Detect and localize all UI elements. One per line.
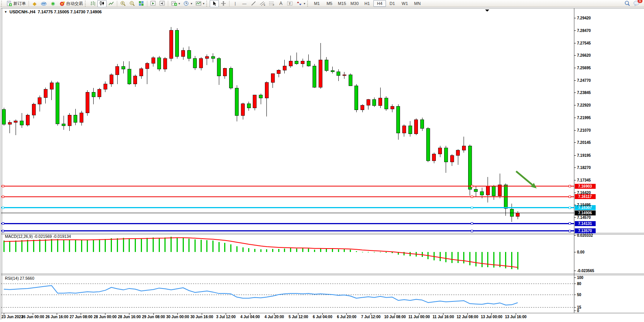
bar-chart-button[interactable] — [88, 0, 97, 7]
expand-triangle-icon[interactable]: ▼ — [4, 10, 7, 14]
notifications-button[interactable]: 1 — [632, 0, 641, 7]
timeframe-group: M1M5M15M30H1H4D1W1MN — [311, 0, 424, 7]
autotrading-button[interactable]: 自动交易 — [57, 0, 84, 7]
date-axis-label[interactable]: 26 Jun 00:00 — [21, 315, 44, 319]
templates-dropdown[interactable]: ▾ — [194, 0, 206, 7]
tile-windows-button[interactable] — [137, 0, 146, 7]
hline-handle[interactable] — [569, 185, 571, 187]
arrows-dropdown[interactable]: ▾ — [295, 0, 307, 7]
line-chart-button[interactable] — [107, 0, 116, 7]
hline-handle[interactable] — [2, 185, 4, 187]
svg-text:T: T — [289, 2, 291, 6]
new-order-button[interactable]: 新订单 — [5, 0, 27, 7]
hline-handle[interactable] — [2, 223, 4, 225]
date-axis-label[interactable]: 12 Jul 08:00 — [457, 315, 478, 319]
caret-down-icon: ▾ — [179, 2, 180, 5]
chart-shift-button[interactable] — [158, 0, 167, 7]
date-axis-label[interactable]: 23 Jun 2023 — [2, 315, 23, 319]
date-axis-label[interactable]: 29 Jun 08:00 — [142, 315, 165, 319]
date-axis-label[interactable]: 3 Jul 12:00 — [216, 315, 236, 319]
date-axis-label[interactable]: 6 Jul 20:00 — [337, 315, 357, 319]
hline-handle[interactable] — [569, 230, 571, 232]
candlestick-chart-button[interactable] — [97, 0, 107, 7]
timeframe-button-MN[interactable]: MN — [411, 0, 424, 7]
candle-body — [421, 120, 424, 128]
candle-body — [158, 58, 161, 69]
candle-body — [468, 146, 472, 189]
timeframe-button-H4[interactable]: H4 — [373, 0, 386, 7]
channel-tool[interactable]: E — [258, 0, 267, 7]
timeframe-button-H1[interactable]: H1 — [361, 0, 373, 7]
candle-body — [62, 124, 65, 126]
date-axis-label[interactable]: 28 Jun 16:00 — [118, 315, 141, 319]
hline-handle[interactable] — [471, 196, 473, 198]
market-cube-button[interactable]: ◆ — [30, 0, 39, 7]
date-axis-label[interactable]: 13 Jul 16:00 — [505, 315, 527, 319]
timeframe-button-D1[interactable]: D1 — [386, 0, 399, 7]
date-axis-label[interactable]: 11 Jul 00:00 — [408, 315, 430, 319]
zoom-out-button[interactable] — [128, 0, 137, 7]
chart-ohlc-values: 7.14775 7.15005 7.14730 7.14906 — [38, 10, 102, 14]
macd-histogram-bar — [272, 249, 273, 252]
hline-handle[interactable] — [569, 207, 571, 209]
date-axis-label[interactable]: 11 Jul 16:00 — [433, 315, 454, 319]
hline-handle[interactable] — [569, 196, 571, 198]
crosshair-tool-button[interactable] — [219, 0, 228, 7]
date-axis-label[interactable]: 10 Jul 08:00 — [384, 315, 406, 319]
date-axis-label[interactable]: 26 Jun 16:00 — [45, 315, 68, 319]
candle-body — [283, 66, 286, 70]
candle-body — [205, 56, 209, 58]
hline-handle[interactable] — [471, 223, 473, 225]
timeframe-button-M5[interactable]: M5 — [323, 0, 336, 7]
add-indicator-dropdown[interactable]: ▾ — [169, 0, 182, 7]
search-button[interactable] — [623, 0, 632, 7]
template-icon — [195, 1, 201, 6]
hline-handle[interactable] — [2, 230, 4, 232]
hline-handle[interactable] — [2, 207, 4, 209]
cloud-chart-button[interactable] — [39, 0, 48, 7]
date-axis-label[interactable]: 28 Jun 00:00 — [94, 315, 116, 319]
date-axis-label[interactable]: 27 Jun 08:00 — [70, 315, 92, 319]
date-axis-label[interactable]: 5 Jul 12:00 — [289, 315, 308, 319]
label-tool[interactable]: T — [285, 0, 295, 7]
timeframe-button-M30[interactable]: M30 — [348, 0, 361, 7]
vertical-line-tool[interactable]: | — [231, 0, 240, 7]
candle-body — [486, 186, 489, 195]
timeframe-button-M1[interactable]: M1 — [311, 0, 323, 7]
candle-body — [2, 110, 6, 124]
timeframe-button-M15[interactable]: M15 — [336, 0, 348, 7]
hline-handle[interactable] — [569, 223, 571, 225]
auto-scroll-button[interactable] — [148, 0, 158, 7]
date-axis-label[interactable]: 4 Jul 20:00 — [265, 315, 284, 319]
price-tick-label: 7.18270 — [577, 166, 591, 170]
text-tool[interactable]: A — [276, 0, 285, 7]
separator — [117, 1, 117, 6]
hline-handle[interactable] — [471, 230, 473, 232]
signal-button[interactable]: ◉ — [48, 0, 57, 7]
date-axis-label[interactable]: 13 Jul 00:00 — [481, 315, 502, 319]
cursor-tool-button[interactable] — [210, 0, 219, 7]
date-axis-label[interactable]: 6 Jul 04:00 — [313, 315, 333, 319]
timeframe-button-W1[interactable]: W1 — [399, 0, 411, 7]
hline-handle[interactable] — [471, 207, 473, 209]
text-icon: A — [278, 1, 284, 6]
horizontal-line-tool[interactable]: — — [240, 0, 249, 7]
candle-body — [122, 67, 125, 69]
date-axis-label[interactable]: 30 Jun 16:00 — [190, 315, 213, 319]
bar-chart-icon — [90, 1, 96, 6]
date-axis-label[interactable]: 7 Jul 12:00 — [361, 315, 381, 319]
candle-body — [199, 59, 203, 68]
hline-handle[interactable] — [2, 196, 4, 198]
macd-histogram-bar — [254, 249, 255, 252]
fibonacci-tool[interactable]: F — [267, 0, 276, 7]
periods-dropdown[interactable]: ▾ — [182, 0, 194, 7]
macd-histogram-bar — [517, 252, 518, 269]
trendline-tool[interactable] — [249, 0, 258, 7]
zoom-in-button[interactable] — [118, 0, 128, 7]
date-axis-label[interactable]: 4 Jul 04:00 — [240, 315, 260, 319]
hline-handle[interactable] — [471, 185, 473, 187]
date-axis-label[interactable]: 30 Jun 00:00 — [166, 315, 189, 319]
chart-canvas[interactable]: 7.169037.161177.153077.141317.135707.294… — [0, 7, 644, 322]
macd-histogram-bar — [344, 249, 345, 252]
candle-body — [361, 105, 364, 110]
